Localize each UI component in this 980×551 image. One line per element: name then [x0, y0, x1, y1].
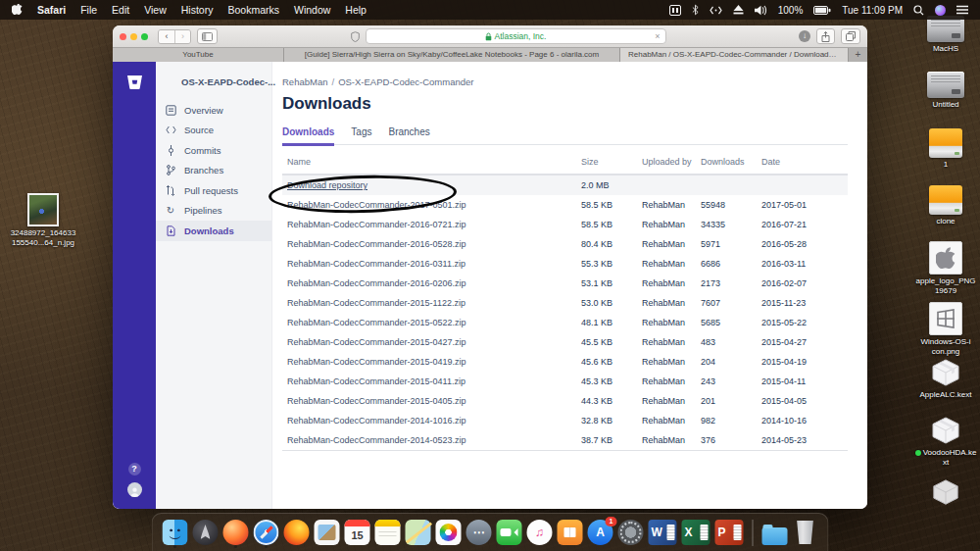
sidebar-item-branches[interactable]: Branches [156, 161, 271, 181]
dock-itunes-icon[interactable]: ♫ [527, 520, 553, 545]
dock-firefox-icon[interactable] [284, 520, 310, 545]
cell-date: 2015-04-05 [757, 391, 848, 411]
battery-icon[interactable] [813, 6, 831, 15]
tab-branches[interactable]: Branches [388, 126, 429, 144]
address-text: Atlassian, Inc. [495, 31, 547, 41]
menu-file[interactable]: File [80, 4, 97, 16]
desktop-icon-drive-1[interactable]: 1 [911, 128, 980, 170]
download-link[interactable]: RehabMan-CodecCommander-2016-0311.zip [282, 254, 576, 274]
download-link[interactable]: RehabMan-CodecCommander-2015-0419.zip [282, 352, 576, 372]
download-link[interactable]: RehabMan-CodecCommander-2016-0528.zip [282, 234, 576, 254]
dock-word-icon[interactable]: W [649, 520, 677, 545]
zoom-window-button[interactable] [141, 33, 148, 40]
dock-ibooks-icon[interactable] [558, 520, 583, 545]
volume-icon[interactable] [755, 5, 767, 16]
desktop-icon-windows-png[interactable]: Windows-OS-icon.png [911, 302, 980, 356]
app-panel-icon[interactable] [669, 5, 681, 16]
tab-overview-button[interactable] [841, 28, 860, 44]
sidebar-item-pipelines[interactable]: ↻ Pipelines [156, 201, 271, 222]
input-source-icon[interactable] [710, 6, 722, 15]
dock-downloads-folder-icon[interactable] [762, 520, 788, 545]
dock-rocket-app-icon[interactable] [223, 520, 249, 545]
dock-notes-icon[interactable] [375, 520, 401, 545]
download-link[interactable]: RehabMan-CodecCommander-2017-0501.zip [282, 195, 576, 215]
sidebar-item-source[interactable]: Source [156, 121, 271, 141]
apple-menu-icon[interactable] [12, 4, 23, 17]
bitbucket-logo-icon[interactable] [126, 75, 143, 94]
dock-photos-icon[interactable] [436, 520, 462, 545]
download-link[interactable]: RehabMan-CodecCommander-2015-0405.zip [282, 391, 576, 411]
menu-bookmarks[interactable]: Bookmarks [227, 4, 279, 16]
dock-launchpad-icon[interactable] [193, 520, 219, 545]
download-link[interactable]: RehabMan-CodecCommander-2015-1122.zip [282, 293, 576, 313]
siri-icon[interactable] [935, 5, 946, 16]
tab-downloads[interactable]: Downloads [282, 126, 334, 146]
menu-safari[interactable]: Safari [37, 4, 66, 16]
dock-appstore-icon[interactable]: A1 [588, 520, 613, 545]
cell-size: 58.5 KB [576, 195, 637, 215]
sidebar-item-overview[interactable]: Overview [156, 100, 271, 121]
clear-address-icon[interactable]: × [655, 31, 660, 41]
menu-help[interactable]: Help [345, 4, 367, 16]
sidebar-toggle-button[interactable] [197, 28, 218, 44]
breadcrumb-owner[interactable]: RehabMan [282, 76, 327, 87]
new-tab-button[interactable]: + [849, 48, 867, 62]
download-link[interactable]: RehabMan-CodecCommander-2015-0427.zip [282, 332, 576, 352]
tab-bitbucket-downloads[interactable]: RehabMan / OS-X-EAPD-Codec-Commander / D… [620, 48, 849, 62]
dock-messages-icon[interactable]: ⋯ [466, 520, 492, 545]
desktop-icon-voodoohda-kext[interactable]: VoodooHDA.kext [911, 415, 980, 467]
download-link[interactable]: RehabMan-CodecCommander-2014-1016.zip [282, 411, 576, 430]
help-button[interactable]: ? [128, 463, 141, 476]
notification-center-icon[interactable] [956, 5, 968, 15]
menu-bar-clock[interactable]: Tue 11:09 PM [842, 5, 903, 16]
downloads-list-button[interactable]: ↓ [799, 30, 810, 42]
dock-trash-icon[interactable] [793, 520, 818, 545]
minimize-window-button[interactable] [130, 33, 137, 40]
sidebar-item-commits[interactable]: Commits [156, 140, 271, 161]
tab-olarila-guide[interactable]: [Guide] Sierra/High Sierra on Sky/Kaby/C… [284, 48, 620, 62]
desktop-icon-applealc-kext[interactable]: AppleALC.kext [911, 357, 980, 400]
dock-maps-icon[interactable] [406, 520, 431, 545]
dock-facetime-icon[interactable] [497, 520, 522, 545]
user-avatar[interactable] [127, 482, 142, 497]
breadcrumb-repo[interactable]: OS-X-EAPD-Codec-Commander [338, 76, 473, 87]
menu-window[interactable]: Window [294, 4, 330, 16]
desktop-icon-photo-file[interactable]: 32488972_164633155540...64_n.jpg [9, 193, 77, 247]
desktop-icon-apple-logo-png[interactable]: apple_logo_PNG19679 [911, 241, 980, 295]
download-link[interactable]: RehabMan-CodecCommander-2015-0522.zip [282, 313, 576, 332]
tab-youtube[interactable]: YouTube [113, 48, 284, 62]
commits-icon [165, 145, 176, 156]
dock-safari-icon[interactable] [254, 520, 279, 545]
eject-icon[interactable] [733, 5, 744, 15]
back-button[interactable]: ‹ [159, 30, 174, 43]
download-link[interactable]: RehabMan-CodecCommander-2016-0721.zip [282, 215, 576, 234]
dock-excel-icon[interactable]: X [682, 520, 710, 545]
menu-edit[interactable]: Edit [112, 4, 129, 16]
forward-button[interactable]: › [174, 30, 190, 43]
bluetooth-icon[interactable] [692, 4, 699, 16]
dock-calendar-icon[interactable]: 15 [345, 520, 370, 545]
dock-preview-icon[interactable] [315, 520, 340, 545]
content-blocker-shield-icon[interactable] [351, 31, 360, 42]
download-link[interactable]: RehabMan-CodecCommander-2015-0411.zip [282, 372, 576, 391]
download-link[interactable]: Download repository [282, 175, 576, 195]
sidebar-item-pull-requests[interactable]: Pull requests [156, 180, 271, 201]
desktop-icon-machs[interactable]: MacHS [911, 16, 980, 54]
close-window-button[interactable] [120, 33, 126, 40]
spotlight-icon[interactable] [913, 5, 924, 16]
dock-system-preferences-icon[interactable] [618, 520, 644, 545]
desktop-icon-untitled[interactable]: Untitled [911, 72, 980, 110]
dock-powerpoint-icon[interactable]: P [715, 520, 744, 545]
desktop-icon-clone[interactable]: clone [911, 185, 980, 226]
cell-by: RehabMan [637, 372, 696, 391]
download-link[interactable]: RehabMan-CodecCommander-2016-0206.zip [282, 274, 576, 293]
desktop-icon-partial-kext[interactable] [911, 477, 980, 509]
share-button[interactable] [816, 28, 835, 44]
menu-history[interactable]: History [181, 4, 214, 16]
dock-finder-icon[interactable] [163, 520, 188, 545]
menu-view[interactable]: View [144, 4, 167, 16]
tab-tags[interactable]: Tags [351, 126, 371, 144]
address-bar[interactable]: Atlassian, Inc. × [366, 28, 666, 44]
sidebar-item-downloads[interactable]: Downloads [156, 221, 271, 241]
download-link[interactable]: RehabMan-CodecCommander-2014-0523.zip [282, 430, 576, 451]
